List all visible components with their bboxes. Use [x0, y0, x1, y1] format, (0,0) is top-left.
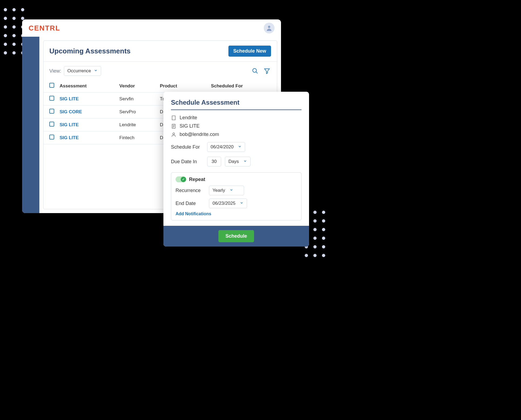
add-notifications-link[interactable]: Add Notifications: [176, 211, 297, 216]
card-header: Upcoming Assessments Schedule New: [43, 41, 277, 62]
view-select-value: Occurrence: [67, 68, 91, 74]
schedule-for-value: 06/24/2020: [211, 144, 234, 150]
assessment-name: SIG LITE: [180, 123, 200, 129]
svg-point-15: [173, 133, 175, 135]
svg-rect-4: [172, 116, 175, 120]
filter-icon: [264, 68, 270, 74]
document-icon: [171, 124, 176, 129]
schedule-for-row: Schedule For 06/24/2020: [171, 142, 301, 152]
modal-title: Schedule Assessment: [171, 99, 301, 110]
end-date-label: End Date: [176, 201, 205, 206]
vendor-cell: Fintech: [117, 131, 157, 144]
chevron-down-icon: [238, 144, 242, 150]
repeat-header: Repeat: [176, 176, 297, 182]
contact-email: bob@lendrite.com: [180, 132, 219, 137]
due-date-row: Due Date In Days: [171, 157, 301, 166]
filter-row: View: Occurrence: [43, 62, 277, 80]
person-icon: [171, 132, 176, 137]
toolbar-icons: [251, 67, 271, 75]
col-scheduled-for: Scheduled For: [208, 80, 277, 93]
vendor-cell: Lendrite: [117, 118, 157, 131]
recurrence-value: Yearly: [212, 188, 225, 193]
end-date-value: 06/23/2025: [212, 201, 235, 206]
search-button[interactable]: [251, 67, 259, 75]
repeat-section: Repeat Recurrence Yearly End Date 06/23/…: [171, 172, 301, 220]
repeat-label: Repeat: [189, 177, 205, 182]
view-select[interactable]: Occurrence: [64, 66, 101, 76]
svg-line-2: [256, 72, 258, 73]
due-date-unit-value: Days: [228, 159, 239, 164]
due-date-input[interactable]: [207, 157, 221, 166]
row-checkbox[interactable]: [49, 135, 54, 139]
assessment-link[interactable]: SIG LITE: [60, 122, 79, 127]
brand-logo: CENTRL: [29, 24, 60, 32]
filter-button[interactable]: [263, 67, 271, 75]
col-product: Product: [157, 80, 208, 93]
vendor-meta: Lendrite: [171, 115, 301, 121]
view-label: View:: [49, 68, 61, 74]
row-checkbox[interactable]: [49, 96, 54, 101]
sidebar: [22, 37, 39, 213]
user-avatar[interactable]: [264, 23, 275, 33]
search-icon: [252, 68, 258, 74]
toggle-knob-checkmark-icon: [181, 177, 186, 182]
vendor-cell: Servfin: [117, 93, 157, 105]
recurrence-label: Recurrence: [176, 188, 205, 193]
svg-point-0: [268, 26, 270, 28]
chevron-down-icon: [240, 201, 244, 206]
repeat-toggle[interactable]: [176, 176, 186, 182]
col-assessment: Assessment: [57, 80, 117, 93]
decorative-dots-top-left: [4, 8, 24, 54]
schedule-assessment-modal: Schedule Assessment Lendrite SIG LITE bo…: [163, 92, 309, 247]
topbar: CENTRL: [22, 19, 281, 37]
due-date-label: Due Date In: [171, 159, 203, 165]
page-title: Upcoming Assessments: [49, 47, 131, 55]
assessment-meta: SIG LITE: [171, 123, 301, 129]
modal-footer: Schedule: [163, 226, 309, 247]
schedule-new-button[interactable]: Schedule New: [228, 46, 271, 57]
contact-meta: bob@lendrite.com: [171, 132, 301, 137]
view-group: View: Occurrence: [49, 66, 101, 76]
assessment-link[interactable]: SIG LITE: [60, 135, 79, 140]
row-checkbox[interactable]: [49, 109, 54, 114]
due-date-unit-select[interactable]: Days: [225, 157, 251, 166]
assessment-link[interactable]: SIG CORE: [60, 109, 82, 114]
assessment-link[interactable]: SIG LITE: [60, 96, 79, 101]
chevron-down-icon: [94, 68, 98, 74]
chevron-down-icon: [243, 159, 247, 164]
svg-marker-3: [265, 69, 269, 74]
modal-body: Schedule Assessment Lendrite SIG LITE bo…: [163, 92, 309, 226]
building-icon: [171, 115, 176, 121]
table-header-row: Assessment Vendor Product Scheduled For: [43, 80, 277, 93]
recurrence-row: Recurrence Yearly: [176, 186, 297, 195]
row-checkbox[interactable]: [49, 122, 54, 127]
end-date-datepicker[interactable]: 06/23/2025: [209, 199, 247, 208]
vendor-cell: ServPro: [117, 105, 157, 118]
col-vendor: Vendor: [117, 80, 157, 93]
vendor-name: Lendrite: [180, 115, 197, 121]
schedule-button[interactable]: Schedule: [218, 230, 254, 242]
recurrence-select[interactable]: Yearly: [209, 186, 244, 195]
user-avatar-icon: [266, 25, 273, 32]
end-date-row: End Date 06/23/2025: [176, 199, 297, 208]
select-all-checkbox[interactable]: [49, 83, 54, 88]
svg-point-1: [253, 69, 256, 72]
schedule-for-label: Schedule For: [171, 144, 203, 150]
chevron-down-icon: [229, 188, 233, 193]
schedule-for-datepicker[interactable]: 06/24/2020: [207, 142, 245, 152]
